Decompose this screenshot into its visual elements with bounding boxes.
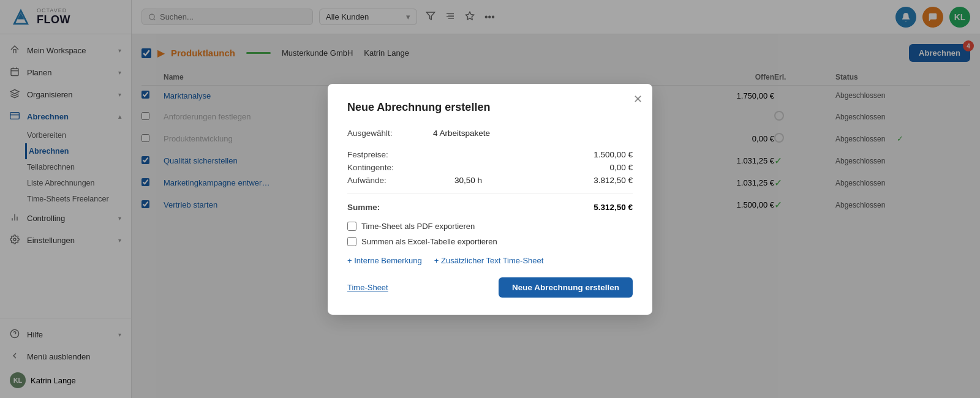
- modal-checkbox-excel-row: Summen als Excel-Tabelle exportieren: [347, 237, 633, 246]
- modal-ausgewaehlt-value: 4 Arbeitspakete: [433, 129, 490, 138]
- modal-timesheet-link[interactable]: Time-Sheet: [347, 283, 388, 292]
- modal-kontingente-label: Kontingente:: [347, 163, 433, 172]
- modal-footer: Time-Sheet Neue Abrechnung erstellen: [347, 277, 633, 298]
- modal-ausgewaehlt-row: Ausgewählt: 4 Arbeitspakete: [347, 129, 633, 138]
- modal-summe-value: 5.312,50 €: [594, 203, 633, 212]
- modal-checkbox-excel[interactable]: [347, 237, 356, 246]
- modal-create-button[interactable]: Neue Abrechnung erstellen: [499, 277, 633, 298]
- modal-summe-label: Summe:: [347, 203, 433, 212]
- modal-checkbox-pdf-row: Time-Sheet als PDF exportieren: [347, 222, 633, 231]
- modal-link-zusaetzlicher-text[interactable]: + Zusätzlicher Text Time-Sheet: [434, 256, 544, 265]
- modal-kontingente-row: Kontingente: 0,00 €: [347, 163, 633, 172]
- modal-divider: [347, 193, 633, 194]
- modal-checkbox-excel-label: Summen als Excel-Tabelle exportieren: [361, 237, 497, 246]
- modal-summe-row: Summe: 5.312,50 €: [347, 203, 633, 212]
- modal-festpreise-value: 1.500,00 €: [594, 150, 633, 159]
- modal: Neue Abrechnung erstellen ✕ Ausgewählt: …: [328, 84, 652, 315]
- modal-link-interne-bemerkung[interactable]: + Interne Bemerkung: [347, 256, 422, 265]
- modal-aufwaende-row: Aufwände: 30,50 h 3.812,50 €: [347, 176, 633, 185]
- modal-links: + Interne Bemerkung + Zusätzlicher Text …: [347, 256, 633, 265]
- modal-title: Neue Abrechnung erstellen: [347, 101, 633, 114]
- modal-festpreise-row: Festpreise: 1.500,00 €: [347, 150, 633, 159]
- modal-ausgewaehlt-label: Ausgewählt:: [347, 129, 433, 138]
- modal-overlay: Neue Abrechnung erstellen ✕ Ausgewählt: …: [0, 0, 980, 398]
- modal-festpreise-label: Festpreise:: [347, 150, 433, 159]
- modal-aufwaende-hours: 30,50 h: [433, 176, 482, 185]
- modal-aufwaende-value: 3.812,50 €: [594, 176, 633, 185]
- modal-close-button[interactable]: ✕: [633, 94, 643, 105]
- modal-checkbox-pdf[interactable]: [347, 222, 356, 231]
- modal-checkbox-pdf-label: Time-Sheet als PDF exportieren: [361, 222, 475, 231]
- modal-kontingente-value: 0,00 €: [609, 163, 633, 172]
- modal-aufwaende-label: Aufwände:: [347, 176, 433, 185]
